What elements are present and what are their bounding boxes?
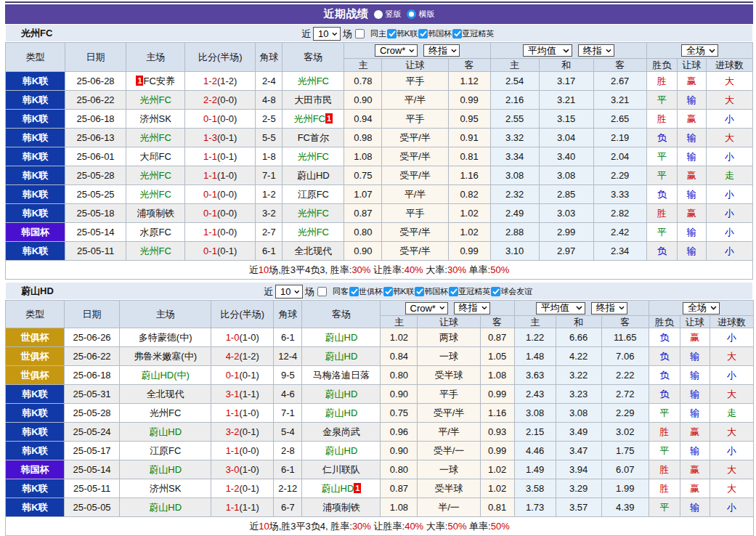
away-team-name[interactable]: 大田市民: [294, 94, 332, 105]
home-team-name[interactable]: 蔚山HD: [149, 426, 182, 437]
away-team-name[interactable]: 蔚山HD: [325, 332, 358, 343]
bookmaker-select[interactable]: Crow*: [375, 44, 418, 57]
chevron-down-icon: [710, 306, 717, 310]
home-team-name[interactable]: 弗鲁米嫩塞(中): [134, 351, 197, 362]
filter-checkbox[interactable]: 同主: [354, 28, 386, 39]
corners-cell: 2-7: [256, 223, 283, 242]
checkbox-icon[interactable]: [349, 287, 359, 296]
away-team-name[interactable]: 光州FC: [294, 113, 325, 124]
home-team-cell: 蔚山HD(中): [120, 366, 211, 385]
home-team-name[interactable]: 江原FC: [150, 445, 181, 456]
checkbox-icon[interactable]: [449, 287, 458, 296]
filter-checkbox[interactable]: 球会友谊: [490, 286, 532, 297]
filter-checkbox-label: 韩国杯: [424, 286, 448, 297]
bookmaker-select[interactable]: Crow*: [405, 302, 448, 314]
match-count-select[interactable]: 10: [275, 285, 303, 299]
away-team-name[interactable]: 蔚山HD: [325, 389, 358, 399]
home-team-name[interactable]: 济州SK: [139, 113, 171, 124]
home-team-name[interactable]: 蔚山HD(中): [141, 370, 189, 381]
home-team-name[interactable]: 多特蒙德(中): [139, 332, 192, 343]
radio-horizontal-layout[interactable]: 横版: [407, 9, 435, 20]
score-cell: 3-0(1-0): [211, 460, 274, 479]
checkbox-icon[interactable]: [383, 287, 393, 296]
period-select[interactable]: 全场: [681, 44, 718, 57]
checkbox-icon[interactable]: [452, 29, 462, 38]
filter-checkbox[interactable]: 同客: [317, 286, 349, 297]
filter-checkbox[interactable]: 韩K联: [386, 28, 418, 39]
period-select[interactable]: 全场: [683, 302, 720, 314]
checkbox-icon[interactable]: [317, 287, 327, 296]
home-team-name[interactable]: 光州FC: [150, 407, 181, 418]
away-team-name[interactable]: 浦项制铁: [322, 502, 360, 513]
away-team-name[interactable]: 仁川联队: [322, 464, 360, 475]
away-team-name[interactable]: 蔚山HD: [322, 483, 354, 494]
filter-checkbox[interactable]: 韩国杯: [418, 28, 452, 39]
average-home-odds-cell: 2.55: [490, 110, 539, 129]
home-team-name[interactable]: 蔚山HD: [149, 502, 182, 513]
home-team-name[interactable]: 浦项制铁: [137, 208, 174, 219]
home-team-name[interactable]: 光州FC: [139, 132, 171, 143]
home-team-name[interactable]: FC安养: [143, 76, 174, 86]
checkbox-icon[interactable]: [415, 287, 424, 296]
away-team-name[interactable]: 光州FC: [298, 227, 329, 237]
home-team-name[interactable]: 光州FC: [139, 189, 171, 200]
handicap-line-cell: 一球: [418, 347, 480, 366]
odds-time-select[interactable]: 终指: [454, 302, 490, 314]
odds-time-select[interactable]: 终指: [591, 302, 627, 314]
home-team-name[interactable]: 济州SK: [150, 483, 181, 494]
full-time-score: 1-0: [226, 332, 240, 343]
half-time-score: (0-0): [217, 189, 237, 200]
filter-checkbox[interactable]: 亚冠精英: [452, 28, 494, 39]
radio-vertical-layout[interactable]: 竖版: [374, 9, 402, 20]
league-badge: 韩国杯: [6, 460, 65, 479]
checkbox-icon[interactable]: [387, 29, 397, 38]
home-team-name[interactable]: 水原FC: [139, 227, 171, 237]
home-team-cell: 蔚山HD: [120, 460, 211, 479]
away-team-name[interactable]: 光州FC: [298, 208, 329, 219]
games-label: 场: [343, 28, 352, 41]
average-away-odds-cell: 2.29: [601, 404, 649, 423]
away-team-name[interactable]: 光州FC: [298, 76, 329, 86]
summary-segment: 50%: [491, 521, 510, 532]
home-team-name[interactable]: 光州FC: [139, 94, 171, 105]
filter-checkbox[interactable]: 韩K联: [383, 286, 414, 297]
sub-col-header: 让球: [418, 316, 480, 328]
sub-col-header: 和: [539, 59, 593, 72]
checkbox-icon[interactable]: [418, 29, 428, 38]
away-team-name[interactable]: FC首尔: [298, 132, 329, 143]
radio-horizontal-layout-icon[interactable]: [407, 9, 416, 19]
home-team-name[interactable]: 大邱FC: [139, 151, 171, 162]
away-team-name[interactable]: 蔚山HD: [325, 351, 358, 362]
filter-checkbox[interactable]: 世俱杯: [349, 286, 383, 297]
away-team-name[interactable]: 马梅洛迪日落: [313, 370, 370, 381]
away-team-name[interactable]: 金泉尚武: [322, 426, 360, 437]
handicap-result-cell: 输: [677, 147, 706, 166]
league-badge: 韩K联: [6, 129, 65, 147]
away-team-name[interactable]: 光州FC: [298, 151, 329, 162]
match-count-select[interactable]: 10: [313, 27, 341, 41]
away-team-name[interactable]: 蔚山HD: [297, 170, 330, 181]
home-team-name[interactable]: 光州FC: [139, 170, 171, 181]
checkbox-icon[interactable]: [491, 287, 500, 296]
away-team-name[interactable]: 江原FC: [298, 189, 329, 200]
home-team-name[interactable]: 全北现代: [147, 389, 184, 399]
away-team-name[interactable]: 蔚山HD: [325, 445, 358, 456]
odds-time-select[interactable]: 终指: [423, 44, 460, 57]
check-icon: [454, 31, 461, 37]
average-select[interactable]: 平均值: [536, 302, 585, 314]
home-team-name[interactable]: 蔚山HD: [149, 464, 182, 475]
full-time-score: 1-1: [203, 227, 217, 237]
filter-checkbox[interactable]: 韩国杯: [414, 286, 448, 297]
filter-checkbox[interactable]: 亚冠精英: [448, 286, 490, 297]
odds-time-select[interactable]: 终指: [578, 44, 614, 57]
average-select[interactable]: 平均值: [523, 44, 572, 57]
away-team-name[interactable]: 蔚山HD: [325, 407, 358, 418]
checkbox-icon[interactable]: [355, 29, 365, 38]
away-team-name[interactable]: 全北现代: [294, 245, 332, 256]
league-badge: 韩K联: [6, 423, 65, 442]
league-badge: 韩K联: [6, 404, 65, 423]
radio-vertical-layout-icon[interactable]: [374, 10, 383, 19]
away-team-cell: 光州FC: [283, 72, 344, 91]
score-cell: 1-1(0-1): [185, 147, 256, 166]
home-team-name[interactable]: 光州FC: [139, 245, 171, 256]
